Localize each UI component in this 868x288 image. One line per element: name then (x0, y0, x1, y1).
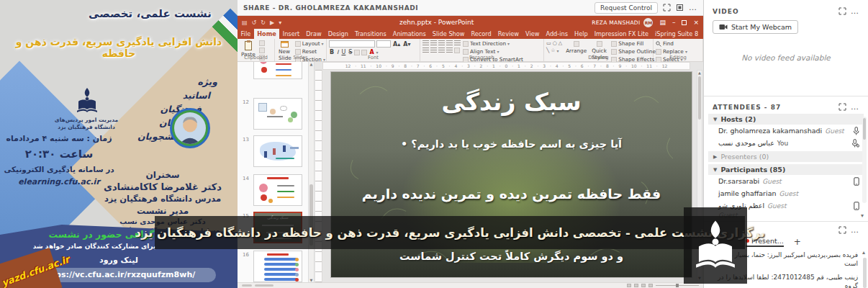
align-right-icon[interactable] (438, 48, 445, 53)
replace-button[interactable]: Replace▾ (656, 48, 687, 55)
align-text-button[interactable]: Align Text▾ (463, 48, 523, 55)
tab-record[interactable]: Record (468, 29, 494, 39)
slideshow-view-icon[interactable] (648, 284, 653, 287)
attendee-row[interactable]: Dr. gholamreza kakamanshadi Guest (704, 125, 868, 137)
reset-icon (295, 49, 301, 55)
scroll-up-icon[interactable]: ▴ (862, 249, 865, 256)
star-shape-icon[interactable]: ☆ (551, 48, 555, 53)
scrollbar-thumb[interactable] (698, 76, 701, 120)
ribbon-display-icon[interactable]: ▤ (659, 19, 666, 26)
more-shapes-icon[interactable]: ▾ (557, 48, 559, 53)
slide-line2[interactable]: فقط حافظه تمرین دیده و تمرین ندیده داریم (331, 186, 692, 202)
tab-view[interactable]: View (523, 29, 543, 39)
tab-draw[interactable]: Draw (303, 29, 325, 39)
pod-fullscreen-icon[interactable] (838, 226, 846, 234)
pod-fullscreen-icon[interactable] (838, 103, 846, 111)
slide-line3[interactable]: و دو سوم دیگرش کاملاً تحت کنترل شماست (331, 251, 692, 262)
tab-slide-show[interactable]: Slide Show (429, 29, 468, 39)
pod-maximize-icon[interactable] (676, 4, 684, 12)
rectangle-shape-icon[interactable]: ▭ (546, 40, 551, 46)
copy-icon[interactable] (259, 48, 265, 53)
presenters-group-header[interactable]: ▶ Presenters (0) (708, 151, 864, 162)
pod-menu-icon[interactable]: … (851, 225, 859, 235)
ellipse-shape-icon[interactable]: ○ (553, 40, 557, 46)
tab-review[interactable]: Review (494, 29, 522, 39)
reset-button[interactable]: Reset (295, 48, 325, 55)
attendee-row[interactable]: Dr.sarsarabi Guest (704, 175, 868, 187)
triangle-shape-icon[interactable]: △ (559, 40, 562, 46)
start-webcam-button[interactable]: Start My Webcam (713, 20, 798, 34)
tab-help[interactable]: Help (571, 29, 591, 39)
indent-increase-icon[interactable] (446, 40, 453, 46)
increase-font-icon[interactable]: A▴ (392, 41, 401, 48)
slide-title[interactable]: سبک زندگی (331, 88, 692, 116)
align-left-icon[interactable] (422, 48, 429, 53)
account-name[interactable]: REZA MANSHADI (592, 19, 640, 26)
save-icon[interactable]: ▤ (242, 19, 248, 26)
pod-fullscreen-icon[interactable] (838, 7, 846, 15)
ribbon: Paste Clipboard New Slide Layout▾ Reset (238, 39, 703, 62)
minimize-icon[interactable]: – (672, 19, 676, 26)
slide-bullet[interactable]: • آیا چیزی به اسم حافظه خوب یا بد داریم؟ (331, 138, 692, 150)
ribbon-tab-bar: File Home Insert Draw Design Transitions… (238, 29, 703, 39)
columns-icon[interactable] (454, 48, 460, 53)
chat-scrollbar[interactable] (863, 258, 867, 288)
text-direction-button[interactable]: Text Direction▾ (463, 40, 523, 47)
find-button[interactable]: Find (656, 40, 687, 47)
scroll-down-icon[interactable]: ▾ (861, 212, 864, 219)
attendee-row[interactable]: عباس موحدی نسب You (704, 137, 868, 149)
slide-sorter-view-icon[interactable] (634, 284, 638, 287)
start-slideshow-icon[interactable]: ▶ (270, 19, 274, 26)
thumbnail-scrollbar[interactable]: ▲ ▼ (308, 62, 314, 282)
align-center-icon[interactable] (430, 48, 437, 53)
restore-icon[interactable] (682, 20, 687, 25)
decrease-font-icon[interactable]: A▾ (402, 41, 411, 48)
attendees-scrollbar[interactable] (862, 117, 867, 203)
pod-options-icon[interactable]: … (689, 3, 697, 12)
font-size-box[interactable] (376, 40, 391, 48)
participants-group-header[interactable]: ▼ Participants (85) (708, 164, 864, 175)
hosts-group-header[interactable]: ▼ Hosts (2) (708, 114, 864, 125)
phone-icon[interactable] (854, 202, 859, 210)
normal-view-icon[interactable] (627, 284, 631, 287)
cut-icon[interactable] (259, 40, 265, 46)
tab-insert[interactable]: Insert (279, 29, 302, 39)
microphone-muted-icon[interactable] (851, 139, 859, 148)
chevron-right-icon: ▶ (713, 154, 717, 160)
scroll-up-icon[interactable]: ▲ (698, 71, 701, 75)
justify-icon[interactable] (446, 48, 453, 53)
layout-button[interactable]: Layout▾ (295, 40, 325, 47)
account-avatar[interactable]: RM (643, 18, 653, 27)
fullscreen-icon[interactable] (663, 4, 671, 12)
shape-fill-button[interactable]: Shape Fill (611, 40, 656, 47)
redo-icon[interactable]: ↻ (261, 19, 266, 26)
reading-view-icon[interactable] (641, 284, 646, 287)
attendee-row[interactable]: jamile ghaffarian Guest (704, 187, 868, 199)
tab-add-ins[interactable]: Add-ins (543, 29, 571, 39)
zoom-slider[interactable] (656, 285, 699, 286)
scroll-up-icon[interactable]: ▲ (309, 62, 314, 66)
bullets-icon[interactable] (422, 40, 429, 46)
tab-home[interactable]: Home (254, 29, 280, 39)
request-control-button[interactable]: Request Control (595, 2, 658, 14)
tab-file[interactable]: File (238, 29, 254, 39)
add-chat-tab-button[interactable]: + (794, 237, 801, 247)
tab-animations[interactable]: Animations (389, 29, 429, 39)
line-spacing-icon[interactable] (454, 40, 461, 46)
shape-outline-button[interactable]: Shape Outline (611, 48, 656, 55)
tab-impression-fx[interactable]: Impression FX Lite (591, 29, 651, 39)
tab-transitions[interactable]: Transitions (351, 29, 389, 39)
phone-icon[interactable] (854, 177, 859, 186)
line-shape-icon[interactable]: ╲ (546, 48, 549, 53)
close-icon[interactable]: × (693, 19, 699, 26)
numbering-icon[interactable] (430, 40, 437, 46)
pod-menu-icon[interactable]: … (851, 6, 859, 16)
arrange-button[interactable]: Arrange (564, 40, 588, 55)
undo-icon[interactable]: ↺ (252, 19, 257, 26)
pod-menu-icon[interactable]: … (851, 102, 859, 112)
indent-decrease-icon[interactable] (438, 40, 445, 46)
tab-design[interactable]: Design (325, 29, 351, 39)
tab-ispring[interactable]: iSpring Suite 8 (652, 29, 702, 39)
font-name-box[interactable] (329, 40, 375, 48)
microphone-icon[interactable] (853, 127, 859, 135)
